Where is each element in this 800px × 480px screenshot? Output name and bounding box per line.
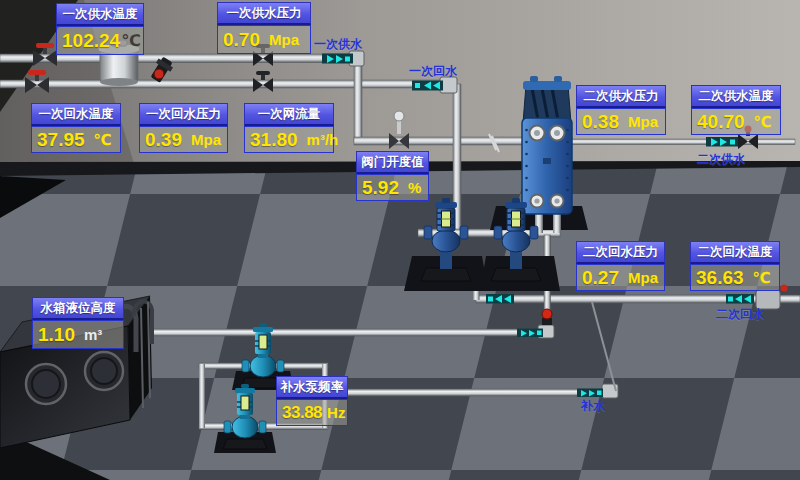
- measure-label: 一次回水温度: [31, 103, 121, 126]
- measure-value-box: 40.70 ℃: [691, 108, 781, 135]
- measure-value: 36.63: [696, 267, 744, 289]
- drain-valve[interactable]: [154, 69, 164, 79]
- pipe-primary-supply-drop: [354, 58, 362, 142]
- measure-value: 31.80: [250, 129, 298, 151]
- measure-label: 水箱液位高度: [32, 297, 124, 320]
- flow-arrow-secondary-return-right: [726, 294, 754, 304]
- measure-value: 0.70: [223, 29, 260, 51]
- measure-label: 二次回水温度: [690, 241, 780, 264]
- pipe-to-heat-exchanger: [354, 137, 532, 145]
- measure-label: 一次供水温度: [56, 3, 144, 26]
- valve-opening-box: 阀门开度值 5.92 %: [356, 151, 429, 201]
- primary-supply-temp-box: 一次供水温度 102.24 ℃: [56, 3, 144, 55]
- plant-scene: [0, 0, 800, 480]
- pipe-label-secondary-supply: 二次供水: [697, 151, 745, 168]
- measure-value: 33.88: [282, 403, 322, 423]
- secondary-supply-press-box: 二次供水压力 0.38 Mpa: [576, 85, 666, 135]
- measure-unit: ℃: [94, 131, 112, 149]
- measure-value: 5.92: [362, 177, 399, 199]
- measure-value: 0.38: [582, 111, 619, 133]
- measure-value-box: 1.10 m³: [32, 320, 124, 349]
- measure-unit: m³: [84, 326, 102, 343]
- measure-unit: Mpa: [628, 113, 658, 130]
- measure-value-box: 33.88 Hz: [276, 399, 348, 426]
- measure-value-box: 0.70 Mpa: [217, 25, 311, 54]
- measure-value-box: 102.24 ℃: [56, 26, 144, 55]
- return-tee-valve: [781, 285, 788, 292]
- measure-unit: %: [408, 179, 421, 196]
- pipe-tank-outlet: [146, 329, 546, 336]
- measure-value-box: 5.92 %: [356, 174, 429, 201]
- measure-value: 0.39: [145, 129, 182, 151]
- secondary-supply-temp-box: 二次供水温度 40.70 ℃: [691, 85, 781, 135]
- makeup-ball-valve[interactable]: [542, 309, 552, 325]
- measure-value: 0.27: [582, 267, 619, 289]
- hx-top-frame: [523, 81, 571, 90]
- pipe-label-makeup-water: 补水: [581, 398, 605, 415]
- heat-exchanger: [522, 76, 572, 233]
- measure-label: 阀门开度值: [356, 151, 429, 174]
- measure-unit: Mpa: [628, 269, 658, 286]
- measure-unit: Hz: [327, 404, 345, 421]
- measure-value-box: 31.80 m³/h: [244, 126, 334, 153]
- secondary-return-temp-box: 二次回水温度 36.63 ℃: [690, 241, 780, 291]
- measure-value-box: 0.39 Mpa: [139, 126, 228, 153]
- pipe-secondary-supply: [563, 139, 795, 145]
- pipe-label-secondary-return: 二次回水: [716, 306, 764, 323]
- measure-value: 1.10: [38, 324, 75, 346]
- measure-unit: ℃: [753, 269, 771, 287]
- measure-value-box: 36.63 ℃: [690, 264, 780, 291]
- flow-arrow-tank-outlet: [517, 329, 543, 338]
- pipe-primary-return: [0, 80, 446, 88]
- secondary-return-press-box: 二次回水压力 0.27 Mpa: [576, 241, 665, 291]
- pipe-makeup-water: [322, 389, 606, 396]
- measure-unit: ℃: [121, 31, 140, 50]
- measure-unit: ℃: [754, 113, 772, 131]
- primary-return-temp-box: 一次回水温度 37.95 ℃: [31, 103, 121, 153]
- tank-level-box: 水箱液位高度 1.10 m³: [32, 297, 124, 349]
- measure-unit: m³/h: [307, 131, 339, 148]
- flow-arrow-primary-return: [412, 81, 443, 91]
- primary-flow-box: 一次网流量 31.80 m³/h: [244, 103, 334, 153]
- pipe-label-primary-supply: 一次供水: [314, 36, 362, 53]
- flow-arrow-makeup: [577, 389, 603, 398]
- measure-label: 二次回水压力: [576, 241, 665, 264]
- flow-arrow-secondary-supply: [706, 137, 738, 147]
- measure-label: 一次网流量: [244, 103, 334, 126]
- measure-label: 一次供水压力: [217, 2, 311, 25]
- measure-value-box: 0.27 Mpa: [576, 264, 665, 291]
- measure-value: 40.70: [697, 111, 745, 133]
- measure-value: 102.24: [62, 30, 120, 52]
- measure-value-box: 37.95 ℃: [31, 126, 121, 153]
- flow-arrow-secondary-return-left: [486, 294, 514, 304]
- measure-label: 二次供水温度: [691, 85, 781, 108]
- measure-value-box: 0.38 Mpa: [576, 108, 666, 135]
- measure-label: 二次供水压力: [576, 85, 666, 108]
- measure-label: 一次回水压力: [139, 103, 228, 126]
- measure-value: 37.95: [37, 129, 85, 151]
- flow-arrow-primary-supply: [322, 54, 353, 64]
- measure-unit: Mpa: [191, 131, 221, 148]
- primary-return-press-box: 一次回水压力 0.39 Mpa: [139, 103, 228, 153]
- measure-unit: Mpa: [269, 31, 299, 48]
- makeup-pump-freq-box: 补水泵频率 33.88 Hz: [276, 376, 348, 426]
- primary-supply-press-box: 一次供水压力 0.70 Mpa: [217, 2, 311, 54]
- pipe-label-primary-return: 一次回水: [409, 63, 457, 80]
- hmi-screen: 一次供水温度 102.24 ℃ 一次供水压力 0.70 Mpa 一次回水温度 3…: [0, 0, 800, 480]
- measure-label: 补水泵频率: [276, 376, 348, 399]
- pipe-loop-left: [199, 364, 205, 428]
